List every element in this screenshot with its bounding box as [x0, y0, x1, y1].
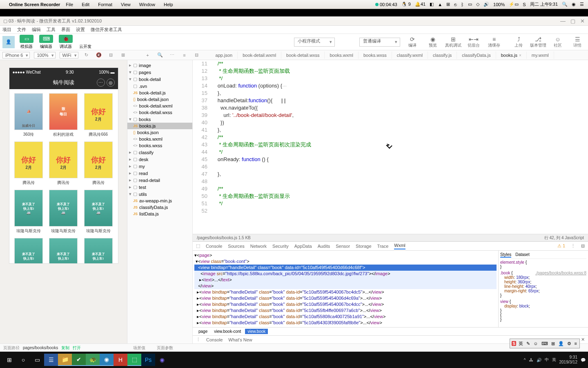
mac-menubar: Online Screen Recorder File Edit Format …	[0, 0, 588, 9]
mac-menus: File Edit Format View Window Help	[66, 2, 180, 7]
control-center-icon[interactable]: ☰	[580, 2, 584, 7]
siri-icon[interactable]: ◉	[572, 2, 576, 7]
tray-icon[interactable]: ◧	[430, 2, 434, 7]
menu-help[interactable]: Help	[164, 2, 173, 7]
app-name[interactable]: Online Screen Recorder	[9, 2, 60, 7]
tray-icon[interactable]: ▲	[438, 2, 442, 7]
tray-icon[interactable]: S	[523, 2, 526, 7]
spotlight-icon[interactable]: 🔍	[562, 2, 568, 7]
charging-icon: ⚡▭	[509, 2, 519, 7]
notifications-tray-icon[interactable]: 🔔41	[415, 2, 425, 7]
battery-percent: 100%	[493, 2, 505, 7]
wifi-icon[interactable]: ◇	[476, 2, 479, 7]
menu-view[interactable]: View	[121, 2, 131, 7]
menubar-clock[interactable]: 周二 上午9:31	[530, 1, 558, 7]
tray-icon[interactable]: ⊞	[446, 2, 450, 7]
menu-format[interactable]: Format	[98, 2, 112, 7]
battery-icon[interactable]: ▭	[468, 2, 472, 7]
volume-icon[interactable]: 🔊	[483, 2, 489, 7]
tray-icon[interactable]: ⎋	[454, 2, 457, 7]
recording-indicator[interactable]: 00:04:43	[375, 2, 397, 7]
menu-window[interactable]: Window	[139, 2, 155, 7]
bluetooth-icon[interactable]: ᛒ	[461, 2, 464, 7]
menu-file[interactable]: File	[66, 2, 73, 7]
wechat-tray-icon[interactable]: 🐧 9	[401, 2, 411, 7]
menu-edit[interactable]: Edit	[82, 2, 89, 7]
